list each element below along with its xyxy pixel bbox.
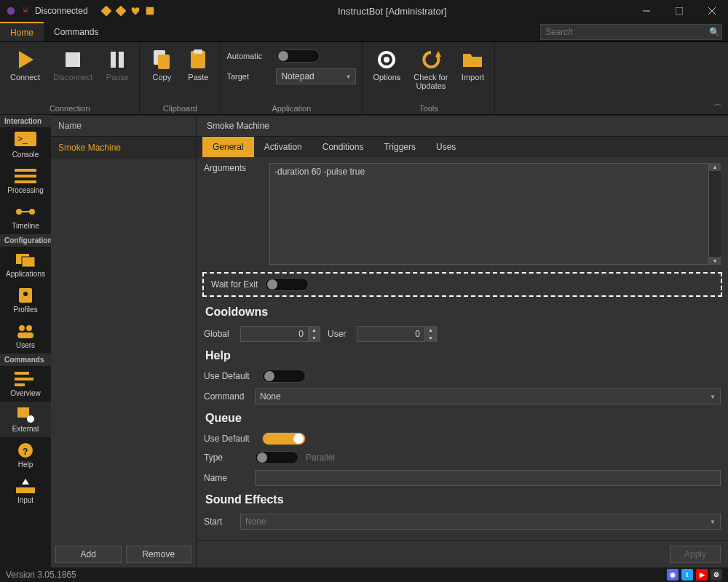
heart-icon	[130, 6, 141, 16]
queue-name-input[interactable]	[255, 470, 721, 486]
titlebar: Disconnected InstructBot [Administrator]	[0, 0, 728, 22]
automatic-toggle[interactable]	[276, 49, 320, 63]
target-dropdown[interactable]: Notepad ▼	[276, 68, 356, 84]
svg-rect-5	[676, 7, 683, 15]
options-button[interactable]: Options	[368, 45, 405, 84]
tab-home[interactable]: Home	[0, 22, 44, 41]
user-cooldown-input[interactable]: 0▲▼	[357, 326, 437, 342]
global-cooldown-input[interactable]: 0▲▼	[240, 326, 320, 342]
search-input[interactable]: 🔍	[540, 24, 722, 40]
sidebar-item-processing[interactable]: Processing	[0, 163, 51, 199]
svg-point-32	[26, 325, 32, 331]
sidebar-item-overview[interactable]: Overview	[0, 366, 51, 402]
target-label: Target	[226, 72, 270, 81]
queue-use-default-toggle[interactable]	[262, 432, 306, 445]
svg-rect-22	[15, 175, 36, 178]
timeline-icon	[15, 203, 36, 220]
wait-for-exit-label: Wait for Exit	[211, 279, 258, 290]
youtube-icon[interactable]: ▶	[696, 569, 708, 581]
svg-point-0	[7, 7, 15, 15]
svg-rect-10	[111, 52, 116, 68]
apps-icon	[15, 251, 36, 268]
queue-type-label: Type	[204, 453, 248, 463]
sidebar-item-help[interactable]: ?Help	[0, 437, 51, 473]
maximize-button[interactable]	[662, 0, 695, 22]
tab-uses[interactable]: Uses	[426, 137, 466, 157]
svg-rect-33	[17, 332, 33, 338]
pause-icon	[106, 48, 129, 71]
disconnect-button[interactable]: Disconnect	[49, 45, 97, 84]
close-button[interactable]	[695, 0, 728, 22]
list-item[interactable]: Smoke Machine	[51, 137, 196, 159]
badge3-icon	[145, 6, 155, 16]
sidebar-item-console[interactable]: >_Console	[0, 127, 51, 163]
wait-for-exit-toggle[interactable]	[265, 278, 309, 291]
tab-triggers[interactable]: Triggers	[373, 137, 426, 157]
tab-commands[interactable]: Commands	[44, 22, 108, 41]
tab-activation[interactable]: Activation	[254, 137, 312, 157]
search-icon: 🔍	[707, 27, 721, 37]
svg-rect-2	[116, 6, 126, 16]
queue-name-label: Name	[204, 473, 248, 483]
badge2-icon	[116, 6, 126, 16]
overview-icon	[15, 370, 36, 388]
queue-header: Queue	[197, 407, 728, 429]
help-header: Help	[197, 345, 728, 367]
pause-button[interactable]: Pause	[101, 45, 133, 84]
svg-point-31	[19, 325, 25, 331]
sidebar-item-applications[interactable]: Applications	[0, 247, 51, 282]
help-use-default-toggle[interactable]	[262, 370, 306, 383]
arguments-input[interactable]: -duration 60 -pulse true	[269, 163, 709, 265]
ribbon: Connect Disconnect Pause Connection Copy…	[0, 42, 728, 115]
scrollbar[interactable]: ▲▼	[709, 163, 721, 265]
collapse-ribbon-button[interactable]: ︿	[713, 97, 722, 110]
statusbar: Version 3.05.1865 ◉ t ▶ ⚙	[0, 567, 728, 582]
folder-icon	[461, 48, 484, 71]
svg-rect-36	[15, 383, 25, 386]
queue-type-toggle[interactable]	[255, 451, 298, 464]
svg-rect-28	[22, 257, 35, 267]
sound-effects-header: Sound Effects	[197, 489, 728, 511]
discord-icon[interactable]: ◉	[667, 569, 678, 581]
detail-tabs: General Activation Conditions Triggers U…	[197, 137, 728, 157]
sidebar-item-external[interactable]: External	[0, 402, 51, 437]
users-icon	[15, 322, 36, 340]
sidebar-item-profiles[interactable]: Profiles	[0, 282, 51, 318]
version-label: Version 3.05.1865	[6, 570, 76, 580]
section-commands: Commands	[0, 354, 51, 366]
processing-icon	[15, 167, 36, 185]
sidebar-item-users[interactable]: Users	[0, 318, 51, 354]
copy-button[interactable]: Copy	[146, 45, 178, 84]
sidebar-item-input[interactable]: Input	[0, 473, 51, 509]
menubar: Home Commands 🔍	[0, 22, 728, 42]
svg-text:?: ?	[23, 447, 28, 457]
remove-button[interactable]: Remove	[126, 546, 192, 563]
sidebar-item-timeline[interactable]: Timeline	[0, 199, 51, 234]
apply-button[interactable]: Apply	[670, 546, 721, 563]
clipboard-group-label: Clipboard	[163, 103, 197, 113]
svg-rect-15	[194, 49, 202, 54]
gear-icon	[375, 48, 398, 71]
add-button[interactable]: Add	[55, 546, 122, 563]
sound-start-label: Start	[204, 517, 233, 527]
import-button[interactable]: Import	[456, 45, 488, 84]
check-updates-button[interactable]: Check for Updates	[409, 45, 452, 93]
twitter-icon[interactable]: t	[681, 569, 693, 581]
copy-icon	[150, 48, 173, 71]
connect-button[interactable]: Connect	[6, 45, 44, 84]
paste-button[interactable]: Paste	[182, 45, 214, 84]
tab-general[interactable]: General	[202, 137, 254, 157]
tab-conditions[interactable]: Conditions	[312, 137, 374, 157]
minimize-button[interactable]	[630, 0, 662, 22]
sound-start-dropdown[interactable]: None▼	[240, 514, 721, 530]
svg-rect-41	[16, 487, 35, 493]
command-list-panel: Name Smoke Machine Add Remove	[51, 115, 197, 567]
svg-text:>_: >_	[17, 134, 28, 144]
svg-rect-35	[15, 378, 33, 380]
help-command-label: Command	[204, 391, 248, 402]
external-icon	[15, 406, 36, 423]
settings-icon[interactable]: ⚙	[711, 569, 722, 581]
section-interaction: Interaction	[0, 115, 51, 127]
chevron-down-icon: ▼	[710, 394, 716, 400]
help-command-dropdown[interactable]: None▼	[255, 388, 721, 404]
